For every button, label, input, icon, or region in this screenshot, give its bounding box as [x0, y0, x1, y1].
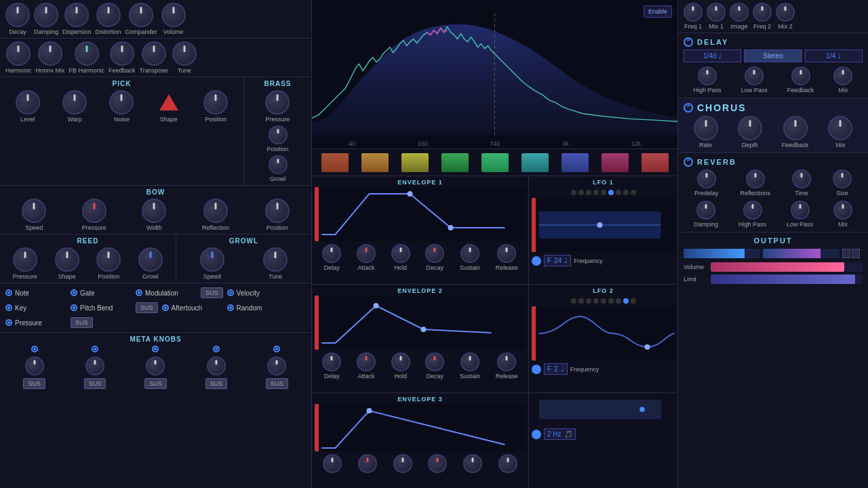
- envelope3-graph[interactable]: [315, 404, 526, 451]
- bow-reflection-knob[interactable]: [203, 199, 228, 223]
- reverb-reflections-knob[interactable]: [746, 169, 765, 188]
- sus-btn-3[interactable]: SUS: [71, 317, 93, 328]
- brass-growl-knob[interactable]: [269, 155, 288, 174]
- feedback-knob[interactable]: [110, 41, 134, 66]
- compander-knob[interactable]: [129, 3, 153, 27]
- eq-band-8[interactable]: [601, 153, 629, 172]
- lfo2-dot-5[interactable]: [601, 298, 606, 304]
- pick-level-knob[interactable]: [16, 90, 40, 115]
- lfo1-dot-3[interactable]: [586, 190, 591, 195]
- lfo3-freq-box[interactable]: 2 Hz 🎵: [544, 428, 576, 440]
- env3-attack-knob[interactable]: [358, 454, 377, 473]
- delay-left-delay[interactable]: 1/4d ♩: [684, 49, 741, 62]
- meta-dot-4[interactable]: [213, 346, 220, 352]
- env2-decay-knob[interactable]: [425, 352, 444, 371]
- delay-power-btn[interactable]: [684, 37, 693, 47]
- lfo1-freq-box[interactable]: F 24 ♩: [544, 255, 571, 266]
- damping-knob[interactable]: [34, 3, 58, 27]
- lfo2-dot-4[interactable]: [593, 298, 599, 304]
- env3-release-knob[interactable]: [498, 454, 517, 473]
- env2-attack-knob[interactable]: [357, 352, 376, 371]
- env1-attack-knob[interactable]: [357, 244, 376, 263]
- meta-knob-4[interactable]: [207, 357, 226, 375]
- env2-delay-knob[interactable]: [322, 352, 341, 371]
- pitchbend-indicator[interactable]: [71, 304, 77, 311]
- meta-dot-1[interactable]: [31, 346, 38, 352]
- lfo2-dot-7[interactable]: [616, 298, 621, 304]
- env1-decay-knob[interactable]: [425, 244, 444, 263]
- delay-mode[interactable]: Stereo: [744, 49, 802, 62]
- bow-speed-knob[interactable]: [22, 199, 46, 223]
- freq2-knob[interactable]: [753, 3, 772, 22]
- growl-speed-knob[interactable]: [200, 247, 224, 272]
- eq-band-9[interactable]: [642, 153, 669, 172]
- env3-hold-knob[interactable]: [393, 454, 412, 473]
- lfo1-dot-2[interactable]: [578, 190, 584, 195]
- meta-sus-3[interactable]: SUS: [144, 378, 167, 389]
- output-ch-btn-1[interactable]: [842, 249, 850, 258]
- pick-shape-knob[interactable]: [157, 90, 181, 115]
- reverb-power-btn[interactable]: [684, 157, 693, 167]
- harmonic-knob[interactable]: [6, 41, 31, 66]
- env1-hold-knob[interactable]: [391, 244, 410, 263]
- freq1-knob[interactable]: [684, 3, 703, 22]
- velocity-indicator[interactable]: [227, 289, 234, 296]
- env1-sustain-knob[interactable]: [460, 244, 479, 263]
- meta-knob-2[interactable]: [85, 357, 104, 375]
- env2-sustain-knob[interactable]: [460, 352, 479, 371]
- gate-indicator[interactable]: [71, 289, 77, 296]
- delay-right-delay[interactable]: 1/4 ♩: [805, 49, 863, 62]
- reverb-damping-knob[interactable]: [696, 201, 715, 220]
- lfo2-dot-8[interactable]: [623, 298, 629, 304]
- pick-noise-knob[interactable]: [109, 90, 134, 115]
- bow-width-knob[interactable]: [142, 199, 166, 223]
- lfo2-freq-box[interactable]: F 2 ♩: [544, 363, 568, 375]
- meta-knob-5[interactable]: [267, 357, 286, 375]
- meta-dot-3[interactable]: [152, 346, 159, 352]
- reverb-predelay-knob[interactable]: [697, 169, 716, 188]
- reverb-lowpass-knob[interactable]: [791, 201, 810, 220]
- meta-dot-5[interactable]: [273, 346, 280, 352]
- sus-btn-2[interactable]: SUS: [136, 302, 158, 313]
- key-indicator[interactable]: [5, 304, 12, 311]
- lfo1-dot-4[interactable]: [593, 190, 599, 195]
- reverb-size-knob[interactable]: [833, 169, 852, 188]
- lfo2-dot-3[interactable]: [586, 298, 591, 304]
- decay-knob[interactable]: [5, 3, 30, 27]
- env2-release-knob[interactable]: [497, 352, 516, 371]
- eq-band-1[interactable]: [321, 153, 349, 172]
- lfo2-dot-2[interactable]: [578, 298, 584, 304]
- meta-knob-3[interactable]: [146, 357, 165, 375]
- transpose-knob[interactable]: [142, 41, 166, 66]
- tune-knob[interactable]: [172, 41, 197, 66]
- mix1-knob[interactable]: [707, 3, 726, 22]
- reverb-mix-knob[interactable]: [833, 201, 852, 220]
- meta-sus-1[interactable]: SUS: [23, 378, 45, 389]
- env3-delay-knob[interactable]: [323, 454, 342, 473]
- env1-delay-knob[interactable]: [322, 244, 341, 263]
- reed-position-knob[interactable]: [96, 247, 121, 272]
- lfo2-power-btn[interactable]: [532, 365, 541, 374]
- mix2-knob[interactable]: [776, 3, 795, 22]
- lfo1-dot-5[interactable]: [601, 190, 606, 195]
- reed-pressure-knob[interactable]: [13, 247, 37, 272]
- lfo1-dot-6[interactable]: [608, 190, 614, 195]
- lfo1-graph[interactable]: [532, 198, 675, 252]
- fb-harmonic-knob[interactable]: [75, 41, 99, 66]
- sus-btn-1[interactable]: SUS: [201, 287, 223, 298]
- lfo2-dot-1[interactable]: [571, 298, 576, 304]
- lfo3-power-btn[interactable]: [532, 430, 541, 439]
- meta-sus-4[interactable]: SUS: [205, 378, 228, 389]
- brass-position-knob[interactable]: [269, 125, 288, 144]
- eq-band-2[interactable]: [361, 153, 389, 172]
- random-indicator[interactable]: [227, 304, 234, 311]
- hrmnx-mix-knob[interactable]: [38, 41, 62, 66]
- reverb-time-knob[interactable]: [792, 169, 811, 188]
- envelope1-graph[interactable]: [315, 187, 526, 241]
- eq-band-5[interactable]: [481, 153, 509, 172]
- lfo1-dot-7[interactable]: [616, 190, 621, 195]
- enable-button[interactable]: Enable: [644, 5, 672, 18]
- env3-sustain-knob[interactable]: [463, 454, 482, 473]
- bow-position-knob[interactable]: [265, 199, 290, 223]
- env3-decay-knob[interactable]: [428, 454, 447, 473]
